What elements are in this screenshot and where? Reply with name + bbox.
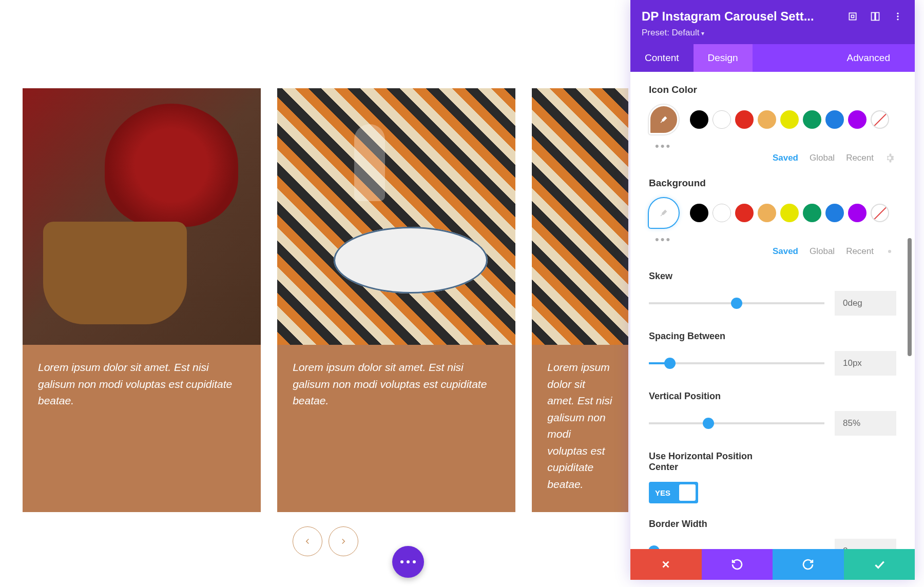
vpos-label: Vertical Position bbox=[649, 391, 896, 402]
spacing-label: Spacing Between bbox=[649, 331, 896, 342]
panel-footer bbox=[630, 549, 915, 580]
palette-tab-global[interactable]: Global bbox=[810, 153, 835, 163]
grid-icon[interactable] bbox=[870, 11, 881, 22]
gear-icon[interactable] bbox=[885, 153, 894, 163]
svg-point-6 bbox=[897, 18, 898, 20]
svg-rect-0 bbox=[849, 13, 856, 19]
color-swatch[interactable] bbox=[825, 204, 844, 222]
tab-advanced[interactable]: Advanced bbox=[832, 44, 904, 72]
scrollbar-thumb[interactable] bbox=[908, 238, 912, 356]
background-palette bbox=[649, 198, 896, 228]
carousel-next-button[interactable] bbox=[329, 526, 358, 556]
background-label: Background bbox=[649, 178, 896, 189]
vpos-slider[interactable] bbox=[649, 422, 824, 424]
skew-value-input[interactable] bbox=[835, 291, 896, 316]
panel-body[interactable]: Icon Color ••• Saved Global Recent Backg… bbox=[630, 72, 915, 549]
color-swatch-none[interactable] bbox=[871, 110, 889, 129]
hcenter-toggle[interactable]: YES bbox=[649, 482, 698, 503]
svg-point-4 bbox=[897, 13, 898, 14]
card-image bbox=[277, 88, 515, 345]
palette-tab-recent[interactable]: Recent bbox=[846, 246, 874, 257]
card-caption: Lorem ipsum dolor sit amet. Est nisi gal… bbox=[23, 345, 261, 429]
tab-design[interactable]: Design bbox=[694, 44, 753, 72]
tab-content[interactable]: Content bbox=[630, 44, 694, 72]
more-colors-icon[interactable]: ••• bbox=[655, 140, 896, 153]
color-picker-swatch[interactable] bbox=[649, 105, 679, 134]
color-swatch[interactable] bbox=[713, 110, 731, 129]
more-actions-fab[interactable] bbox=[392, 546, 424, 578]
border-value-input[interactable] bbox=[835, 539, 896, 549]
carousel-card[interactable]: Lorem ipsum dolor sit amet. Est nisi gal… bbox=[277, 88, 515, 512]
more-colors-icon[interactable]: ••• bbox=[655, 233, 896, 246]
svg-rect-3 bbox=[876, 13, 879, 21]
carousel-area: Lorem ipsum dolor sit amet. Est nisi gal… bbox=[23, 88, 628, 556]
carousel-cards: Lorem ipsum dolor sit amet. Est nisi gal… bbox=[23, 88, 628, 512]
color-swatch[interactable] bbox=[758, 110, 776, 129]
undo-button[interactable] bbox=[702, 549, 773, 580]
palette-tab-global[interactable]: Global bbox=[810, 246, 835, 257]
redo-button[interactable] bbox=[773, 549, 844, 580]
carousel-prev-button[interactable] bbox=[293, 526, 322, 556]
gear-icon[interactable] bbox=[885, 247, 894, 256]
color-swatch[interactable] bbox=[780, 110, 799, 129]
panel-tabs: Content Design Advanced bbox=[630, 44, 915, 72]
vpos-value-input[interactable] bbox=[835, 411, 896, 436]
cancel-button[interactable] bbox=[630, 549, 702, 580]
palette-tab-saved[interactable]: Saved bbox=[773, 153, 798, 163]
carousel-card[interactable]: Lorem ipsum dolor sit amet. Est nisi gal… bbox=[532, 88, 628, 512]
spacing-slider[interactable] bbox=[649, 362, 824, 364]
color-swatch[interactable] bbox=[735, 204, 754, 222]
card-caption: Lorem ipsum dolor sit amet. Est nisi gal… bbox=[277, 345, 515, 429]
color-swatch[interactable] bbox=[825, 110, 844, 129]
color-swatch[interactable] bbox=[690, 110, 708, 129]
spacing-value-input[interactable] bbox=[835, 351, 896, 376]
color-swatch[interactable] bbox=[690, 204, 708, 222]
svg-rect-1 bbox=[852, 15, 854, 18]
save-button[interactable] bbox=[844, 549, 915, 580]
palette-tabs: Saved Global Recent bbox=[649, 246, 896, 257]
panel-header: DP Instagram Carousel Sett... Preset: De… bbox=[630, 0, 915, 44]
toggle-value: YES bbox=[655, 488, 670, 497]
color-swatch[interactable] bbox=[713, 204, 731, 222]
svg-point-5 bbox=[897, 15, 898, 17]
color-swatch-none[interactable] bbox=[871, 204, 889, 222]
color-swatch[interactable] bbox=[758, 204, 776, 222]
palette-tab-saved[interactable]: Saved bbox=[773, 246, 798, 257]
expand-icon[interactable] bbox=[847, 11, 858, 22]
carousel-nav bbox=[23, 526, 628, 556]
color-swatch[interactable] bbox=[848, 110, 867, 129]
card-image bbox=[23, 88, 261, 345]
carousel-card[interactable]: Lorem ipsum dolor sit amet. Est nisi gal… bbox=[23, 88, 261, 512]
panel-title: DP Instagram Carousel Sett... bbox=[642, 9, 814, 24]
preset-dropdown[interactable]: Preset: Default bbox=[642, 28, 903, 38]
color-swatch[interactable] bbox=[803, 110, 821, 129]
hcenter-label: Use Horizontal Position Center bbox=[649, 451, 782, 473]
color-swatch[interactable] bbox=[803, 204, 821, 222]
icon-color-palette bbox=[649, 105, 896, 134]
skew-slider[interactable] bbox=[649, 302, 824, 304]
kebab-menu-icon[interactable] bbox=[892, 11, 903, 22]
card-caption: Lorem ipsum dolor sit amet. Est nisi gal… bbox=[532, 345, 628, 512]
card-image bbox=[532, 88, 628, 345]
palette-tab-recent[interactable]: Recent bbox=[846, 153, 874, 163]
color-swatch[interactable] bbox=[780, 204, 799, 222]
skew-label: Skew bbox=[649, 271, 896, 282]
icon-color-label: Icon Color bbox=[649, 84, 896, 95]
border-label: Border Width bbox=[649, 519, 896, 530]
color-swatch[interactable] bbox=[848, 204, 867, 222]
settings-panel: DP Instagram Carousel Sett... Preset: De… bbox=[630, 0, 915, 580]
color-swatch[interactable] bbox=[735, 110, 754, 129]
color-picker-swatch[interactable] bbox=[649, 198, 679, 228]
palette-tabs: Saved Global Recent bbox=[649, 153, 896, 163]
svg-rect-2 bbox=[872, 13, 875, 21]
